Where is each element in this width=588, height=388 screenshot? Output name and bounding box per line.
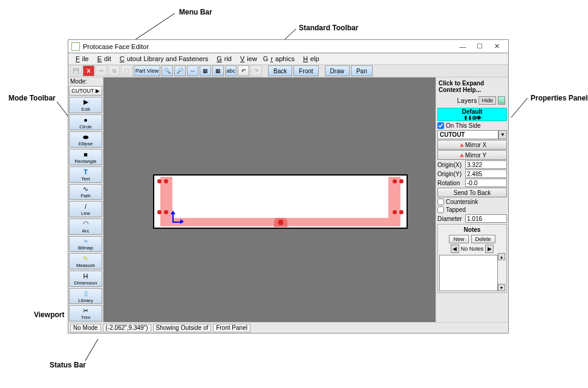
mount-hole[interactable] [157,210,162,214]
mode-ellipse-button[interactable]: ⬬Ellipse [69,131,102,148]
origin-y-input[interactable] [465,169,507,178]
circle-icon: ● [83,116,88,124]
mode-dimension-button[interactable]: HDimension [69,271,102,287]
annotation-properties-panel: Properties Panel [531,94,588,102]
mode-trim-button[interactable]: ✂Trim [69,305,102,321]
mount-hole[interactable] [399,179,403,183]
status-mode: No Mode [70,324,101,332]
mount-hole[interactable] [393,210,397,214]
notes-next-icon[interactable]: ▶ [485,245,494,253]
countersink-checkbox[interactable] [437,199,444,205]
paste-icon[interactable]: 📋 [121,65,132,76]
menu-graphics[interactable]: Graphics [261,54,297,63]
mount-hole[interactable] [399,210,403,214]
trim-icon: ✂ [83,306,88,315]
mode-measure-button[interactable]: ✎Measure [69,253,102,269]
on-this-side-label: On This Side [446,122,481,129]
text-icon: T [83,168,88,176]
mode-rectangle-button[interactable]: ■Rectangle [69,149,102,165]
layers-hide-button[interactable]: Hide [479,96,496,105]
pan-button[interactable]: Pan [351,65,373,76]
viewport[interactable] [103,77,436,322]
label-icon[interactable]: abc [225,65,237,76]
menu-edit[interactable]: Edit [93,54,114,63]
send-to-back-button[interactable]: Send To Back [437,188,507,197]
grid-icon[interactable]: ▦ [200,65,211,76]
path-icon: ∿ [83,185,88,193]
redo-icon[interactable]: ↷ [250,65,262,76]
mode-text-button[interactable]: TText [69,166,102,183]
copy-icon[interactable]: ⧉ [108,65,120,76]
origin-x-label: Origin(X) [437,162,464,168]
menu-view[interactable]: View [235,54,260,63]
origin-axes-icon [172,211,184,223]
annotation-mode-toolbar: Mode Toolbar [8,94,56,102]
status-bar: No Mode (-2.062",9.349") Showing Outside… [68,322,508,333]
undo-icon[interactable]: ↶ [238,65,249,76]
close-button[interactable]: ✕ [488,41,505,52]
chevron-down-icon[interactable]: ▼ [498,130,507,139]
layers-toggle-icon[interactable] [498,96,505,105]
mode-edit-button[interactable]: ▶Edit [69,97,102,113]
dimension-icon: H [83,272,88,280]
origin-y-label: Origin(Y) [437,171,464,177]
tapped-checkbox[interactable] [437,206,444,213]
context-help-link[interactable]: Click to Expand Context Help... [437,79,507,94]
cutout-shape[interactable] [274,218,287,227]
zoomout-icon[interactable]: 🔎 [174,65,186,76]
window-title: Protocase Face Editor [83,43,454,50]
notes-heading: Notes [439,226,505,234]
scroll-down-icon[interactable]: ▾ [498,284,505,291]
panel-face [153,174,408,229]
menu-cutout[interactable]: Cutout Library and Fasteners [115,54,211,63]
maximize-button[interactable]: ☐ [471,41,488,52]
mirror-x-button[interactable]: 🔺 Mirror X [437,140,507,150]
cut-icon[interactable]: ✂ [96,65,107,76]
annotation-status-bar: Status Bar [50,361,86,369]
mode-library-button[interactable]: ▯Library [69,288,102,304]
on-this-side-checkbox[interactable] [437,122,444,129]
menu-grid[interactable]: Grid [212,54,234,63]
ellipse-icon: ⬬ [83,133,88,141]
delete-icon[interactable]: X [83,65,94,76]
mode-line-button[interactable]: /Line [69,201,102,217]
notes-new-button[interactable]: New [449,235,468,243]
mode-bitmap-button[interactable]: ≈Bitmap [69,236,102,252]
front-button[interactable]: Front [293,65,318,76]
mirror-y-button[interactable]: 🔺 Mirror Y [437,150,507,160]
arc-icon: ◠ [83,220,89,228]
app-window: Protocase Face Editor — ☐ ✕ File Edit Cu… [68,39,509,334]
mount-hole[interactable] [164,179,168,183]
minimize-button[interactable]: — [454,41,471,52]
save-icon[interactable]: 💾 [70,65,82,76]
rotation-input[interactable] [465,179,507,187]
back-button[interactable]: Back [268,65,292,76]
scroll-up-icon[interactable]: ▴ [498,253,505,260]
zoomfit-icon[interactable]: ↔ [187,65,198,76]
move-icon[interactable]: ▦ [212,65,224,76]
part-view-button[interactable]: Part View [134,65,160,76]
notes-textarea[interactable] [439,255,498,291]
notes-delete-button[interactable]: Delete [471,235,495,243]
diameter-label: Diameter [437,215,464,222]
library-icon: ▯ [84,289,88,298]
draw-button[interactable]: Draw [325,65,350,76]
layer-default-button[interactable]: Default ⬆⬇⚙👁 [437,108,507,121]
diameter-input[interactable] [465,214,507,223]
mode-path-button[interactable]: ∿Path [69,184,102,200]
mount-hole[interactable] [393,179,397,183]
origin-x-input[interactable] [465,160,507,169]
zoomin-icon[interactable]: 🔍 [162,65,173,76]
mount-hole[interactable] [164,210,168,214]
menu-file[interactable]: File [71,54,91,63]
menu-help[interactable]: Help [298,54,322,63]
mode-circle-button[interactable]: ●Circle [69,114,102,131]
cutout-type-select[interactable]: CUTOUT [437,130,498,139]
mount-hole[interactable] [157,179,162,183]
notes-prev-icon[interactable]: ◀ [451,245,459,253]
mode-cutout-dropdown[interactable]: CUTOUT ▶ [69,86,102,96]
cursor-icon: ▶ [83,98,88,107]
mode-arc-button[interactable]: ◠Arc [69,219,102,235]
svg-line-3 [511,98,528,117]
rotation-label: Rotation [437,180,464,186]
